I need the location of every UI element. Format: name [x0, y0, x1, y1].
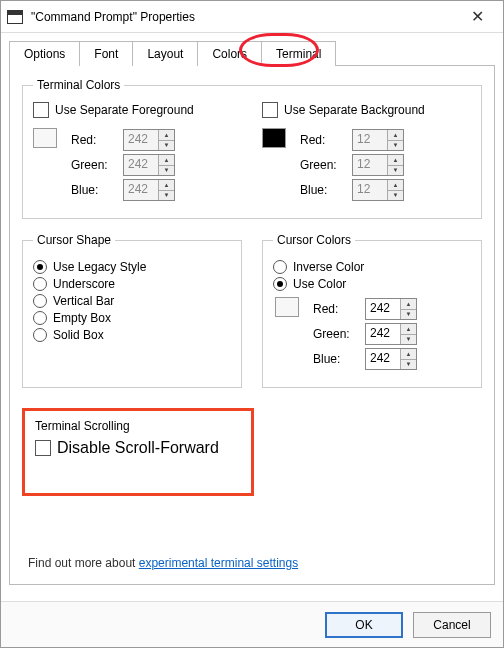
terminal-colors-fg: Use Separate Foreground Red: 242▲▼ Green… [33, 102, 242, 204]
tab-terminal[interactable]: Terminal [261, 41, 336, 66]
chevron-down-icon[interactable]: ▼ [401, 334, 416, 345]
chevron-up-icon[interactable]: ▲ [388, 155, 403, 165]
legend-terminal-colors: Terminal Colors [33, 78, 124, 92]
chevron-up-icon[interactable]: ▲ [388, 130, 403, 140]
radio-empty-box[interactable] [33, 311, 47, 325]
chevron-down-icon[interactable]: ▼ [388, 165, 403, 176]
checkbox-separate-bg[interactable] [262, 102, 278, 118]
label-use-color: Use Color [293, 277, 346, 291]
chevron-down-icon[interactable]: ▼ [388, 140, 403, 151]
chevron-down-icon[interactable]: ▼ [388, 190, 403, 201]
chevron-up-icon[interactable]: ▲ [159, 155, 174, 165]
radio-vertical-bar[interactable] [33, 294, 47, 308]
field-fg-green[interactable]: 242▲▼ [123, 154, 175, 176]
swatch-cursor [275, 297, 299, 317]
field-cursor-red[interactable]: 242▲▼ [365, 298, 417, 320]
field-bg-blue[interactable]: 12▲▼ [352, 179, 404, 201]
tab-colors[interactable]: Colors [197, 41, 262, 66]
field-fg-blue[interactable]: 242▲▼ [123, 179, 175, 201]
chevron-up-icon[interactable]: ▲ [401, 324, 416, 334]
link-experimental-settings[interactable]: experimental terminal settings [139, 556, 298, 570]
label-separate-bg: Use Separate Background [284, 103, 425, 117]
ok-button[interactable]: OK [325, 612, 403, 638]
label-bg-blue: Blue: [300, 183, 352, 197]
group-terminal-colors: Terminal Colors Use Separate Foreground … [22, 78, 482, 219]
radio-legacy-style[interactable] [33, 260, 47, 274]
label-underscore: Underscore [53, 277, 115, 291]
legend-terminal-scrolling: Terminal Scrolling [35, 419, 241, 433]
label-cursor-red: Red: [313, 302, 365, 316]
radio-solid-box[interactable] [33, 328, 47, 342]
label-cursor-green: Green: [313, 327, 365, 341]
label-fg-green: Green: [71, 158, 123, 172]
label-bg-red: Red: [300, 133, 352, 147]
field-fg-red[interactable]: 242▲▼ [123, 129, 175, 151]
chevron-up-icon[interactable]: ▲ [159, 130, 174, 140]
tab-panel-terminal: Terminal Colors Use Separate Foreground … [9, 65, 495, 585]
field-bg-green[interactable]: 12▲▼ [352, 154, 404, 176]
radio-use-color[interactable] [273, 277, 287, 291]
cancel-button[interactable]: Cancel [413, 612, 491, 638]
link-prefix: Find out more about [28, 556, 139, 570]
titlebar: "Command Prompt" Properties ✕ [1, 1, 503, 33]
properties-dialog: "Command Prompt" Properties ✕ Options Fo… [0, 0, 504, 648]
dialog-buttons: OK Cancel [1, 601, 503, 647]
group-cursor-colors: Cursor Colors Inverse Color Use Color Re… [262, 233, 482, 388]
tab-layout[interactable]: Layout [132, 41, 198, 66]
chevron-up-icon[interactable]: ▲ [388, 180, 403, 190]
checkbox-separate-fg[interactable] [33, 102, 49, 118]
legend-cursor-colors: Cursor Colors [273, 233, 355, 247]
chevron-down-icon[interactable]: ▼ [159, 165, 174, 176]
label-cursor-blue: Blue: [313, 352, 365, 366]
legend-cursor-shape: Cursor Shape [33, 233, 115, 247]
tab-font[interactable]: Font [79, 41, 133, 66]
chevron-up-icon[interactable]: ▲ [401, 299, 416, 309]
dialog-content: Options Font Layout Colors Terminal Term… [1, 33, 503, 601]
chevron-up-icon[interactable]: ▲ [159, 180, 174, 190]
group-terminal-scrolling: Terminal Scrolling Disable Scroll-Forwar… [22, 408, 254, 496]
label-separate-fg: Use Separate Foreground [55, 103, 194, 117]
window-title: "Command Prompt" Properties [31, 10, 457, 24]
chevron-down-icon[interactable]: ▼ [159, 140, 174, 151]
radio-inverse-color[interactable] [273, 260, 287, 274]
terminal-colors-bg: Use Separate Background Red: 12▲▼ Green:… [262, 102, 471, 204]
label-legacy-style: Use Legacy Style [53, 260, 146, 274]
close-icon[interactable]: ✕ [457, 1, 497, 32]
field-cursor-blue[interactable]: 242▲▼ [365, 348, 417, 370]
label-bg-green: Green: [300, 158, 352, 172]
label-fg-red: Red: [71, 133, 123, 147]
cmd-icon [7, 10, 23, 24]
label-solid-box: Solid Box [53, 328, 104, 342]
label-vertical-bar: Vertical Bar [53, 294, 114, 308]
chevron-down-icon[interactable]: ▼ [159, 190, 174, 201]
label-fg-blue: Blue: [71, 183, 123, 197]
tab-strip: Options Font Layout Colors Terminal [9, 41, 495, 66]
chevron-down-icon[interactable]: ▼ [401, 309, 416, 320]
field-cursor-green[interactable]: 242▲▼ [365, 323, 417, 345]
tab-options[interactable]: Options [9, 41, 80, 66]
radio-underscore[interactable] [33, 277, 47, 291]
chevron-up-icon[interactable]: ▲ [401, 349, 416, 359]
field-bg-red[interactable]: 12▲▼ [352, 129, 404, 151]
swatch-bg [262, 128, 286, 148]
label-disable-scroll-forward: Disable Scroll-Forward [57, 439, 219, 457]
experimental-link-row: Find out more about experimental termina… [28, 556, 298, 570]
label-inverse-color: Inverse Color [293, 260, 364, 274]
chevron-down-icon[interactable]: ▼ [401, 359, 416, 370]
group-cursor-shape: Cursor Shape Use Legacy Style Underscore… [22, 233, 242, 388]
label-empty-box: Empty Box [53, 311, 111, 325]
checkbox-disable-scroll-forward[interactable] [35, 440, 51, 456]
swatch-fg [33, 128, 57, 148]
